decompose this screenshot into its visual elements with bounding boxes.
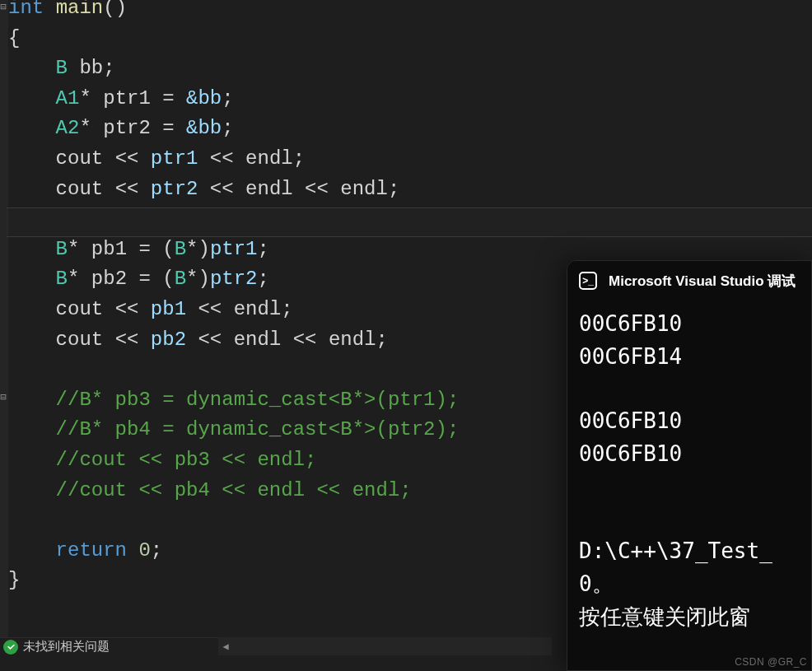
var-ptr1: ptr1	[103, 87, 151, 110]
keyword-int: int	[8, 0, 44, 19]
gutter: ⊟ ⊟	[0, 0, 8, 638]
console-output-line: 00C6FB10	[579, 404, 800, 437]
comment: //B* pb3 = dynamic_cast<B*>(ptr1);	[56, 389, 460, 411]
debug-console-window[interactable]: >_ Microsoft Visual Studio 调试 00C6FB10 0…	[567, 260, 812, 671]
comment: //cout << pb4 << endl << endl;	[56, 479, 412, 501]
scroll-left-arrow[interactable]: ◀	[218, 641, 233, 653]
rbrace: }	[8, 569, 20, 591]
lbrace: {	[8, 27, 20, 49]
console-output-line: 00C6FB14	[579, 340, 800, 373]
horizontal-scrollbar[interactable]: ◀	[218, 637, 552, 655]
status-text: 未找到相关问题	[23, 639, 110, 655]
parens: ()	[103, 0, 127, 19]
code-line	[8, 204, 812, 235]
var-bb: bb	[79, 57, 103, 79]
code-line: A1* ptr1 = &bb;	[8, 84, 812, 114]
console-output-line: 00C6FB10	[579, 437, 800, 470]
function-main: main	[56, 0, 104, 19]
console-output-line: 按任意键关闭此窗	[579, 600, 800, 633]
fold-marker[interactable]: ⊟	[0, 3, 7, 12]
status-check-icon	[3, 640, 18, 655]
watermark: CSDN @GR_C	[735, 656, 807, 668]
type-B: B	[56, 57, 68, 79]
code-line: A2* ptr2 = &bb;	[8, 114, 812, 144]
code-line: cout << ptr1 << endl;	[8, 144, 812, 175]
console-title: Microsoft Visual Studio 调试	[609, 272, 796, 291]
code-line: cout << ptr2 << endl << endl;	[8, 175, 812, 205]
console-body[interactable]: 00C6FB10 00C6FB14 00C6FB10 00C6FB10 D:\C…	[567, 301, 811, 645]
code-line: B bb;	[8, 54, 812, 84]
fold-marker[interactable]: ⊟	[0, 394, 7, 402]
terminal-icon: >_	[579, 272, 597, 290]
comment: //B* pb4 = dynamic_cast<B*>(ptr2);	[56, 418, 460, 440]
keyword-return: return	[56, 539, 127, 561]
type-A2: A2	[56, 117, 80, 139]
code-line: {	[8, 24, 812, 54]
code-line: int main()	[8, 0, 812, 24]
console-titlebar[interactable]: >_ Microsoft Visual Studio 调试	[567, 261, 811, 301]
console-output-line: 0。	[579, 567, 800, 600]
console-output-line: D:\C++\37_Test_	[579, 534, 800, 567]
console-output-line: 00C6FB10	[579, 307, 800, 340]
type-A1: A1	[56, 87, 80, 110]
comment: //cout << pb3 << endl;	[56, 449, 317, 471]
var-ptr2: ptr2	[103, 117, 151, 139]
literal-zero: 0	[138, 539, 150, 561]
